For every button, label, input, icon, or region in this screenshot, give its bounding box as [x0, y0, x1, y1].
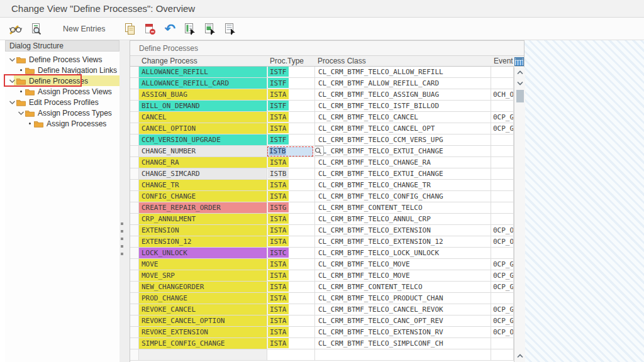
- proc-type-cell[interactable]: ISTA: [267, 157, 315, 168]
- event-cell[interactable]: 0CP_G: [491, 304, 514, 315]
- proc-type-field[interactable]: ISTA: [268, 259, 289, 269]
- event-cell[interactable]: [491, 180, 514, 190]
- proc-type-cell[interactable]: ISTG: [267, 202, 315, 213]
- proc-type-cell[interactable]: [267, 349, 315, 360]
- tree-item-define-process-views[interactable]: Define Process Views: [5, 54, 119, 65]
- event-cell[interactable]: [491, 214, 514, 224]
- proc-type-cell[interactable]: ISTA: [267, 225, 315, 236]
- new-entries-button[interactable]: New Entries: [57, 22, 111, 36]
- proc-type-field[interactable]: ISTA: [268, 327, 289, 337]
- row-selector[interactable]: [130, 101, 139, 111]
- value-help-search-icon[interactable]: [315, 146, 324, 156]
- row-selector[interactable]: [130, 349, 139, 360]
- proc-type-field[interactable]: ISTA: [268, 236, 289, 246]
- scroll-down-icon[interactable]: [514, 78, 525, 89]
- event-cell[interactable]: 0CP_O: [491, 327, 514, 337]
- event-cell[interactable]: [491, 293, 514, 304]
- proc-type-cell[interactable]: ISTA: [267, 304, 315, 315]
- process-class-cell[interactable]: CL_CRM_BTMF_TELCO_MOVE: [315, 270, 491, 281]
- proc-type-field[interactable]: ISTA: [268, 112, 289, 122]
- process-class-cell[interactable]: CL_CRM_BTMF_TELCO_PRODUCT_CHAN: [315, 293, 491, 304]
- proc-type-cell[interactable]: ISTF: [267, 101, 315, 111]
- event-cell[interactable]: [491, 78, 514, 89]
- process-class-cell[interactable]: CL_CRM_BTMF_TELCO_SIMPLCONF_CH: [315, 338, 491, 349]
- change-process-cell[interactable]: EXTENSION_12: [139, 236, 267, 247]
- proc-type-cell[interactable]: ISTB: [267, 146, 315, 156]
- proc-type-cell[interactable]: ISTA: [267, 112, 315, 123]
- proc-type-field[interactable]: ISTB: [267, 146, 313, 156]
- process-class-cell[interactable]: CL_CRM_BTMF_TELCO_CANCEL_OPT: [315, 123, 491, 134]
- row-selector[interactable]: [130, 248, 139, 258]
- proc-type-cell[interactable]: ISTA: [267, 180, 315, 190]
- table-vertical-scrollbar[interactable]: [514, 67, 525, 362]
- proc-type-field[interactable]: ISTA: [268, 338, 289, 348]
- change-process-cell[interactable]: LOCK_UNLOCK: [139, 248, 267, 258]
- process-class-cell[interactable]: CL_CRM_BTMF_TELCO_EXTENSION: [315, 225, 491, 236]
- proc-type-cell[interactable]: ISTA: [267, 123, 315, 134]
- row-selector[interactable]: [130, 225, 139, 236]
- event-cell[interactable]: [491, 67, 514, 77]
- row-selector[interactable]: [130, 123, 139, 134]
- change-process-cell[interactable]: CANCEL_OPTION: [139, 123, 267, 134]
- scrollbar-thumb[interactable]: [516, 90, 524, 102]
- process-class-cell[interactable]: [315, 349, 491, 360]
- event-cell[interactable]: 0CP_G: [491, 123, 514, 134]
- change-process-cell[interactable]: MOVE_SRP: [139, 270, 267, 281]
- row-selector[interactable]: [130, 180, 139, 190]
- proc-type-cell[interactable]: ISTA: [267, 191, 315, 202]
- row-selector[interactable]: [130, 270, 139, 281]
- scroll-up-bottom-icon[interactable]: [514, 351, 525, 361]
- column-header-process-class[interactable]: Process Class: [318, 57, 366, 65]
- row-selector[interactable]: [130, 315, 139, 326]
- change-process-cell[interactable]: CHANGE_TR: [139, 180, 267, 190]
- row-selector[interactable]: [130, 67, 139, 77]
- column-header-proc-type[interactable]: Proc.Type: [270, 57, 304, 65]
- row-selector[interactable]: [130, 191, 139, 202]
- row-selector[interactable]: [130, 78, 139, 89]
- row-selector[interactable]: [130, 202, 139, 213]
- event-cell[interactable]: 0CP_O: [491, 236, 514, 247]
- table-settings-icon[interactable]: [514, 57, 524, 66]
- process-class-cell[interactable]: CL_CRM_BTMF_TELCO_ALLOW_REFILL: [315, 67, 491, 77]
- process-class-cell[interactable]: CL_CRM_BTMF_TELCO_MOVE: [315, 259, 491, 270]
- undo-icon[interactable]: ↶: [162, 21, 178, 37]
- process-class-cell[interactable]: CL_CRM_BTMF_TELCO_ISTF_BILLOD: [315, 101, 491, 111]
- tree-item-edit-process-profiles[interactable]: Edit Process Profiles: [5, 97, 119, 107]
- chevron-down-icon[interactable]: [16, 111, 25, 116]
- proc-type-field[interactable]: ISTA: [268, 270, 289, 280]
- change-process-cell[interactable]: PROD_CHANGE: [139, 293, 267, 304]
- row-selector[interactable]: [130, 236, 139, 247]
- copy-icon[interactable]: [121, 21, 138, 37]
- event-cell[interactable]: 0CH_O: [491, 89, 514, 100]
- proc-type-field[interactable]: ISTA: [268, 123, 289, 133]
- change-process-cell[interactable]: CREATE_REPAIR_ORDER: [139, 202, 267, 213]
- change-process-cell[interactable]: CHANGE_NUMBER: [139, 146, 267, 156]
- proc-type-field[interactable]: ISTA: [268, 315, 289, 326]
- process-class-cell[interactable]: CL_CRM_BTMF_TELCO_EXTUI_CHANGE: [315, 168, 491, 179]
- proc-type-cell[interactable]: ISTA: [267, 270, 315, 281]
- event-cell[interactable]: 0CP_G: [491, 270, 514, 281]
- event-cell[interactable]: 0CP_G: [491, 282, 514, 292]
- proc-type-field[interactable]: ISTF: [268, 67, 289, 77]
- proc-type-field[interactable]: ISTC: [268, 248, 289, 258]
- select-all-icon[interactable]: [182, 21, 198, 37]
- event-cell[interactable]: [491, 248, 514, 258]
- process-class-cell[interactable]: CL_CRM_BTMF_TELCO_EXTENSION_12: [315, 236, 491, 247]
- proc-type-field[interactable]: ISTA: [268, 157, 289, 167]
- proc-type-cell[interactable]: ISTA: [267, 315, 315, 326]
- proc-type-cell[interactable]: ISTC: [267, 248, 315, 258]
- change-process-cell[interactable]: CHANGE_SIMCARD: [139, 168, 267, 179]
- proc-type-field[interactable]: ISTF: [268, 78, 289, 88]
- event-cell[interactable]: [491, 168, 514, 179]
- proc-type-cell[interactable]: ISTA: [267, 89, 315, 100]
- process-class-cell[interactable]: CL_CRM_BTMF_TELCO_CANC_OPT_REV: [315, 315, 491, 326]
- process-class-cell[interactable]: CL_CRM_BTMF_TELCO_CHANGE_RA: [315, 157, 491, 168]
- change-process-cell[interactable]: CONFIG_CHANGE: [139, 191, 267, 202]
- change-process-cell[interactable]: REVOKE_CANCEL: [139, 304, 267, 315]
- change-process-cell[interactable]: REVOKE_EXTENSION: [139, 327, 267, 337]
- proc-type-field[interactable]: ISTG: [268, 202, 289, 212]
- tree-item-define-navigation-links[interactable]: Define Navigation Links: [5, 65, 119, 75]
- process-class-cell[interactable]: CL_CRM_BTMF_TELCO_EXTENSION_RV: [315, 327, 491, 337]
- proc-type-field[interactable]: ISTF: [268, 101, 289, 111]
- proc-type-cell[interactable]: ISTF: [267, 67, 315, 77]
